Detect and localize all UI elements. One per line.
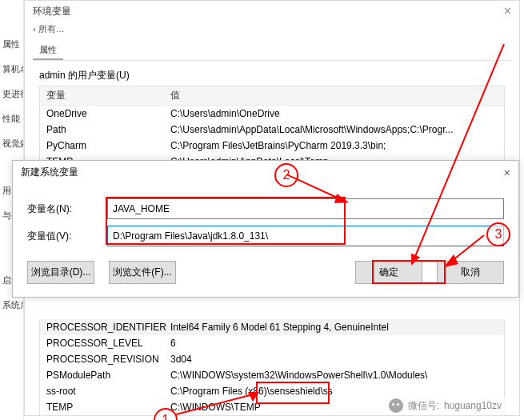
col-header-var[interactable]: 变量 — [46, 89, 170, 102]
left-item: 视觉效 — [0, 131, 23, 156]
table-row[interactable]: PROCESSOR_IDENTIFIER Intel64 Family 6 Mo… — [40, 319, 504, 335]
cancel-button[interactable]: 取消 — [437, 261, 504, 284]
watermark-prefix: 微信号: — [408, 399, 439, 413]
browse-dir-button[interactable]: 浏览目录(D)... — [27, 261, 94, 284]
left-item: 算机名 — [0, 57, 23, 82]
browse-file-button[interactable]: 浏览文件(F)... — [109, 261, 176, 284]
watermark-id: huguang10zv — [444, 400, 502, 411]
left-item: 更进行 — [0, 82, 23, 106]
wechat-icon — [389, 398, 403, 413]
var-value-label: 变量值(V): — [27, 230, 107, 243]
var-name-input[interactable] — [107, 198, 504, 219]
dialog-title: 环境变量 — [33, 5, 71, 18]
var-name-label: 变量名(N): — [27, 202, 107, 216]
breadcrumb: › 所有… — [25, 22, 519, 37]
new-system-var-dialog: 新建系统变量 × 变量名(N): 变量值(V): 浏览目录(D)... 浏览文件… — [12, 160, 519, 298]
table-row[interactable]: Path C:\Users\admin\AppData\Local\Micros… — [40, 122, 504, 138]
col-header-val[interactable]: 值 — [170, 89, 498, 102]
table-row[interactable]: OneDrive C:\Users\admin\OneDrive — [40, 106, 504, 122]
wechat-watermark: 微信号:huguang10zv — [386, 398, 505, 414]
close-icon[interactable]: × — [504, 4, 511, 18]
left-item: 属性 — [0, 32, 23, 57]
close-icon[interactable]: × — [504, 166, 510, 179]
left-item: 性能 — [0, 106, 23, 131]
dialog-title: 新建系统变量 — [21, 166, 78, 179]
table-row[interactable]: PROCESSOR_REVISION 3d04 — [40, 351, 504, 367]
table-row[interactable]: ss-root C:\Program Files (x86)\senseshie… — [40, 383, 504, 399]
table-row[interactable]: PyCharm C:\Program Files\JetBrains\PyCha… — [40, 138, 504, 154]
table-row[interactable]: PROCESSOR_LEVEL 6 — [40, 335, 504, 351]
user-vars-label: admin 的用户变量(U) — [25, 64, 519, 86]
tab-properties[interactable]: 属性 — [33, 42, 63, 60]
table-row[interactable]: PSModulePath C:\WINDOWS\system32\Windows… — [40, 367, 504, 383]
ok-button[interactable]: 确定 — [355, 261, 422, 284]
var-value-input[interactable] — [107, 226, 504, 246]
